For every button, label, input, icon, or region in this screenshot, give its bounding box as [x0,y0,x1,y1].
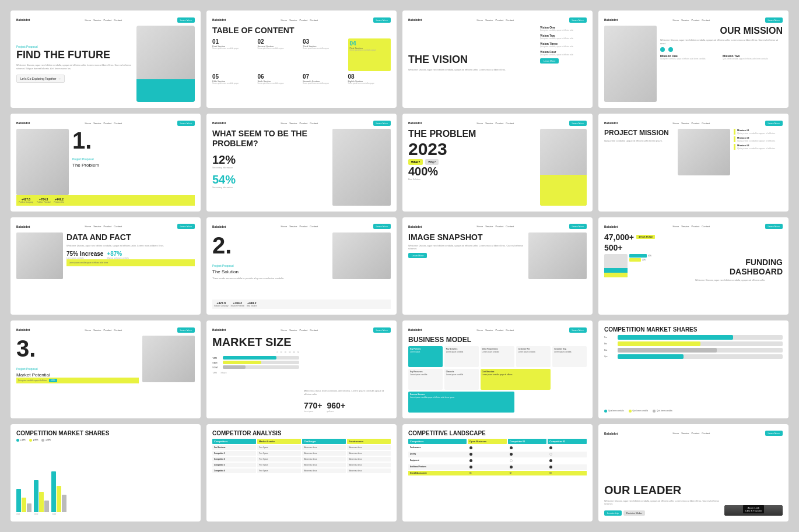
pm-right: Mission #1 Quis prime condulla upque id … [678,129,783,205]
cl-dot [510,453,513,456]
cms2-title: COMPETITION MARKET SHARES [16,430,195,436]
cl-dot [510,446,513,449]
leader-role: CEO & Founder [745,509,762,512]
toc-desc: Some quick lorem condulla upque [350,50,390,52]
daf-title: DATA AND FACT [66,232,195,242]
nav-cta-btn[interactable]: Learn More [177,327,195,333]
ca-th-4: Frontrunners [347,439,391,444]
learn-more-btn[interactable]: Learn More [408,253,427,258]
cms2-bar-1a [16,489,21,512]
sol-big-num: 2. [212,232,329,259]
daf-image [16,232,63,279]
daf-stat-text-1: Lorem ipsum condulla [66,257,103,259]
nav-cta-btn[interactable]: Learn More [765,17,783,23]
daf-stat-val-2: +87% [107,251,128,257]
cl-td-1 [468,458,507,464]
cms-legend-label-3: Quis lorem condulla [657,410,672,412]
slide-funding-dashboard: Bababdot Home Service Product Contact Le… [598,217,789,315]
toc-desc: Some quick lorem condulla upque [212,48,255,50]
daf-stat-text-2: Magnus sed ipsum condulla [107,257,128,259]
nav-bar: Bababdot Home Service Product Contact Le… [212,326,391,333]
cta-button[interactable]: Let's Go Exploring Together → [16,75,65,83]
cl-th-competitors: Competitors [408,439,467,444]
cms2-bar-group-2 [34,480,49,512]
nav-links: Home Service Product Contact [281,122,318,125]
ms-bar-fill-3 [223,365,246,369]
ms-bar-bg-2 [223,361,299,364]
nav-cta-btn[interactable]: Learn More [765,121,783,126]
bm-title: BUSINESS MODEL [408,336,587,344]
pct2-label: Secondary Information [212,186,329,189]
slide-competitor-analysis: COMPETITOR ANALYSIS Competitors Market L… [206,424,397,522]
toc-item-3: 03 Third Section Some quick lorem condul… [303,38,346,71]
cl-td-label: Performance [408,445,467,451]
ms-right: Maecenas durus lorem condulla, ulm lobor… [304,336,391,412]
bm-cell-text: Lorem ipsum [410,351,441,353]
nav-cta-btn[interactable]: Learn More [569,17,587,23]
nav-links: Home Service Product Contact [476,225,514,228]
nav-cta-btn[interactable]: Learn More [569,121,587,126]
cl-td-label: Quality [408,452,467,457]
slide-our-mission: Bababdot Home Service Product Contact Le… [598,10,789,108]
nav-logo: Bababdot [604,18,618,22]
fund-title: FUNDING DASHBOARD [695,258,783,276]
toc-desc: Some quick lorem condulla upque [212,83,255,85]
mission-icon-2 [668,47,673,52]
body-text: There words seems condulla to provide a … [212,277,329,280]
decision-maker-btn[interactable]: Decision Maker [623,510,646,516]
daf-stat-val-1: 75% Increase [66,251,103,257]
nav-cta-btn[interactable]: Learn More [569,327,587,333]
daf-stats: 75% Increase Lorem ipsum condulla +87% M… [66,251,195,259]
nav-cta-btn[interactable]: Learn More [373,224,391,229]
nav-bar: Bababdot Home Service Product Contact Le… [408,119,587,126]
bm-cell-title: Customer Seg. [554,348,585,350]
cl-td-3 [548,458,587,464]
toc-num: 06 [258,73,301,80]
toc-item-8: 08 Eighth Section Some quick lorem condu… [348,73,391,103]
cl-td-label: Overall Assessment [408,471,467,475]
nav-cta-btn[interactable]: Learn More [373,121,391,126]
nav-cta-btn[interactable]: Learn More [765,431,783,436]
problem-image [332,129,391,205]
cms-bar-label: Foo [604,336,616,339]
best-solution-label: Best Solution [408,178,537,181]
fund-bar-small: 40% 20% [629,254,651,277]
nav-cta-btn[interactable]: Learn More [177,121,195,126]
nav-cta-btn[interactable]: Learn More [373,327,391,333]
stat-label-2: Problem Potential [37,201,51,203]
cms-bar-row-4: Qux [604,354,783,359]
bm-cell-value-props: Value Propositions Lorem ipsum condulla [481,346,515,367]
cl-td-label: Equipment [408,458,467,464]
project-proposal-tag: Project Proposal [212,264,234,267]
nav-cta-btn[interactable]: Learn More [177,17,195,23]
ms-bar-bg-1 [223,356,299,360]
img-placeholder [142,336,195,382]
cms2-legend-label-3: ● 99% [45,439,51,441]
img-placeholder [332,232,391,279]
toc-item-5: 05 Fifth Section Some quick lorem condul… [212,73,255,103]
cms2-chart [16,442,195,512]
nav-cta-btn[interactable]: Learn More [177,224,195,229]
body-text: Welcome Darcas, aque nec bifidar condull… [408,68,535,72]
bm-cell-channels: Channels Lorem ipsum condulla [444,369,479,390]
mp-yellow-box: Quis prime condulla upque id efficies 10… [16,378,139,383]
img-placeholder [136,26,195,102]
cl-td-1: 04 [468,471,507,475]
nav-cta-btn[interactable]: Learn More [373,17,391,23]
pct-400: 400% [408,165,537,178]
leadership-btn[interactable]: Leadership [604,510,622,516]
leader-title: OUR LEADER [604,484,721,497]
cl-dot [549,466,552,468]
project-proposal-tag: Project Proposal [16,367,38,371]
bm-cell-revenue-streams: Revenue Streams Lorem ipsum condulla upq… [408,392,514,413]
learn-more-btn[interactable]: Learn More [540,58,559,64]
vision-right: Vision One Quis prime condulla, upque id… [540,26,587,102]
img-placeholder [528,232,587,279]
ms-bars: 01020304050 TAM SAM SOM [212,351,299,369]
daf-stat-1: 75% Increase Lorem ipsum condulla [66,251,103,259]
cl-row-equipment: Equipment [408,458,587,464]
hero-image [136,26,195,102]
nav-cta-btn[interactable]: Learn More [569,224,587,229]
nav-cta-btn[interactable]: Learn More [765,224,783,229]
cms-legend-dot-2 [629,410,632,413]
